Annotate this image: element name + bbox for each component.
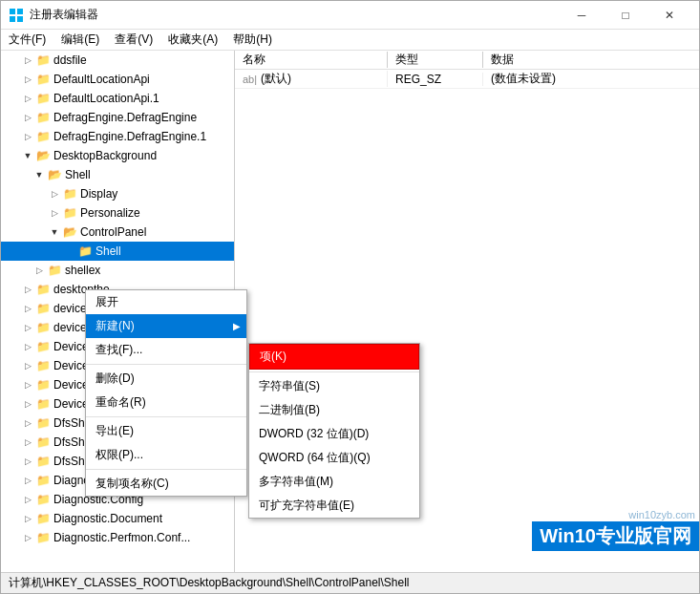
- expand-icon-shellex[interactable]: ▷: [32, 263, 47, 278]
- maximize-button[interactable]: □: [604, 1, 647, 30]
- tree-item-ddsfile[interactable]: ▷ 📁 ddsfile: [1, 51, 234, 70]
- menu-view[interactable]: 查看(V): [107, 30, 160, 50]
- expand-icon-ControlPanel[interactable]: ▼: [47, 224, 62, 240]
- menu-edit[interactable]: 编辑(E): [53, 30, 107, 50]
- tree-label-Shell-selected: Shell: [95, 244, 121, 258]
- expand-icon-DiagConfig[interactable]: ▷: [20, 492, 35, 507]
- tree-item-DesktopBackground[interactable]: ▼ 📂 DesktopBackground: [1, 146, 234, 165]
- col-header-data: 数据: [483, 52, 699, 68]
- tree-item-ControlPanel[interactable]: ▼ 📂 ControlPanel: [1, 223, 234, 242]
- tree-item-DiagPerfConf[interactable]: ▷ 📁 Diagnostic.Perfmon.Conf...: [1, 528, 234, 547]
- tree-item-Display[interactable]: ▷ 📁 Display: [1, 184, 234, 203]
- folder-icon-DfsShellAdmin: 📁: [35, 435, 51, 450]
- submenu[interactable]: 项(K) 字符串值(S) 二进制值(B) DWORD (32 位值)(D) QW…: [248, 343, 420, 519]
- folder-icon-Display: 📁: [62, 186, 77, 202]
- tree-label-ControlPanel: ControlPanel: [80, 225, 146, 239]
- submenu-item-binary[interactable]: 二进制值(B): [249, 398, 419, 422]
- tree-item-DefaultLocationApi[interactable]: ▷ 📁 DefaultLocationApi: [1, 70, 234, 89]
- ctx-new[interactable]: 新建(N) ▶: [86, 314, 246, 338]
- expand-icon-Personalize[interactable]: ▷: [47, 205, 62, 221]
- folder-icon-DefragEngine1: 📁: [35, 129, 51, 144]
- expand-icon-DiagPerfConf[interactable]: ▷: [20, 530, 35, 545]
- context-menu[interactable]: 展开 新建(N) ▶ 查找(F)... 删除(D) 重命名(R) 导出(E) 权…: [85, 289, 247, 497]
- expand-icon-Shell-selected[interactable]: [62, 244, 77, 259]
- tree-item-Personalize[interactable]: ▷ 📁 Personalize: [1, 203, 234, 223]
- cell-name: ab| (默认): [235, 71, 388, 87]
- row-name-label: (默认): [261, 71, 291, 87]
- expand-icon-DefaultLocationApi1[interactable]: ▷: [20, 91, 35, 106]
- title-bar: 注册表编辑器 ─ □ ✕: [1, 1, 699, 30]
- submenu-separator: [249, 371, 419, 372]
- tree-label-DefragEngine: DefragEngine.DefragEngine: [53, 111, 197, 124]
- expand-icon-DfsShellDf[interactable]: ▷: [20, 415, 35, 431]
- tree-item-DiagDoc[interactable]: ▷ 📁 Diagnostic.Document: [1, 509, 234, 528]
- expand-icon-DeviceRect1[interactable]: ▷: [20, 377, 35, 392]
- tree-item-Shell[interactable]: ▼ 📂 Shell: [1, 165, 234, 184]
- status-bar: 计算机\HKEY_CLASSES_ROOT\DesktopBackground\…: [1, 572, 699, 593]
- submenu-item-dword[interactable]: DWORD (32 位值)(D): [249, 422, 419, 446]
- ctx-expand[interactable]: 展开: [86, 290, 246, 314]
- expand-icon-DfsShellAdmin1[interactable]: ▷: [20, 454, 35, 469]
- tree-item-shellex[interactable]: ▷ 📁 shellex: [1, 261, 234, 280]
- folder-icon-device1: 📁: [35, 320, 51, 335]
- window-icon: [9, 8, 24, 23]
- folder-icon-DiagPerfConf: 📁: [35, 530, 51, 545]
- tree-item-DefaultLocationApi1[interactable]: ▷ 📁 DefaultLocationApi.1: [1, 89, 234, 108]
- ctx-separator-3: [86, 469, 246, 470]
- close-button[interactable]: ✕: [647, 1, 691, 30]
- ctx-new-label: 新建(N): [95, 318, 135, 334]
- submenu-item-qword[interactable]: QWORD (64 位值)(Q): [249, 446, 419, 470]
- expand-icon-device[interactable]: ▷: [20, 301, 35, 316]
- status-text: 计算机\HKEY_CLASSES_ROOT\DesktopBackground\…: [9, 575, 410, 591]
- expand-icon-DefragEngine[interactable]: ▷: [20, 110, 35, 125]
- folder-icon-DefaultLocationApi: 📁: [35, 72, 51, 87]
- folder-icon-Shell-selected: 📁: [77, 244, 93, 259]
- ctx-separator-1: [86, 364, 246, 365]
- tree-item-DefragEngine[interactable]: ▷ 📁 DefragEngine.DefragEngine: [1, 108, 234, 127]
- menu-favorites[interactable]: 收藏夹(A): [160, 30, 225, 50]
- tree-label-DefaultLocationApi: DefaultLocationApi: [53, 73, 150, 86]
- ctx-copy[interactable]: 复制项名称(C): [86, 472, 246, 496]
- folder-icon-DiagDoc: 📁: [35, 511, 51, 526]
- menu-file[interactable]: 文件(F): [1, 30, 53, 50]
- submenu-item-multistring[interactable]: 多字符串值(M): [249, 470, 419, 494]
- expand-icon-DiagDoc[interactable]: ▷: [20, 511, 35, 526]
- expand-icon-DefaultLocationApi[interactable]: ▷: [20, 72, 35, 87]
- expand-icon-ddsfile[interactable]: ▷: [20, 53, 35, 68]
- expand-icon-DesktopBackground[interactable]: ▼: [20, 148, 35, 163]
- expand-icon-Display[interactable]: ▷: [47, 186, 62, 202]
- expand-icon-DeviceDisp[interactable]: ▷: [20, 339, 35, 354]
- minimize-button[interactable]: ─: [560, 1, 604, 30]
- ctx-export[interactable]: 导出(E): [86, 419, 246, 443]
- folder-icon-ControlPanel: 📂: [62, 224, 77, 240]
- tree-item-DefragEngine1[interactable]: ▷ 📁 DefragEngine.DefragEngine.1: [1, 127, 234, 146]
- ctx-find[interactable]: 查找(F)...: [86, 338, 246, 362]
- col-header-name: 名称: [235, 52, 388, 68]
- tree-label-DefragEngine1: DefragEngine.DefragEngine.1: [53, 130, 206, 143]
- expand-icon-device1[interactable]: ▷: [20, 320, 35, 335]
- menu-bar: 文件(F) 编辑(E) 查看(V) 收藏夹(A) 帮助(H): [1, 30, 699, 51]
- menu-help[interactable]: 帮助(H): [225, 30, 280, 50]
- expand-icon-DiagCabinet[interactable]: ▷: [20, 473, 35, 488]
- ctx-permissions[interactable]: 权限(P)...: [86, 443, 246, 467]
- expand-icon-DfsShellAdmin[interactable]: ▷: [20, 435, 35, 450]
- expand-icon-DeviceUpd[interactable]: ▷: [20, 396, 35, 412]
- expand-icon-DeviceRect[interactable]: ▷: [20, 358, 35, 373]
- folder-icon-DeviceRect1: 📁: [35, 377, 51, 392]
- tree-item-Shell-selected[interactable]: 📁 Shell: [1, 242, 234, 261]
- tree-label-ddsfile: ddsfile: [53, 53, 87, 67]
- ctx-rename[interactable]: 重命名(R): [86, 391, 246, 414]
- folder-icon-DeviceDisp: 📁: [35, 339, 51, 354]
- expand-icon-Shell[interactable]: ▼: [32, 167, 47, 182]
- cell-type: REG_SZ: [388, 73, 483, 86]
- submenu-item-expandstring[interactable]: 可扩充字符串值(E): [249, 494, 419, 518]
- table-row[interactable]: ab| (默认) REG_SZ (数值未设置): [235, 70, 699, 89]
- tree-label-device: device: [53, 302, 87, 315]
- expand-icon-DefragEngine1[interactable]: ▷: [20, 129, 35, 144]
- submenu-item-key[interactable]: 项(K): [249, 344, 419, 370]
- expand-icon-desktopthe[interactable]: ▷: [20, 282, 35, 297]
- submenu-item-string[interactable]: 字符串值(S): [249, 374, 419, 398]
- folder-icon-DeviceUpd: 📁: [35, 396, 51, 412]
- ctx-delete[interactable]: 删除(D): [86, 367, 246, 391]
- tree-label-DiagPerfConf: Diagnostic.Perfmon.Conf...: [53, 531, 190, 544]
